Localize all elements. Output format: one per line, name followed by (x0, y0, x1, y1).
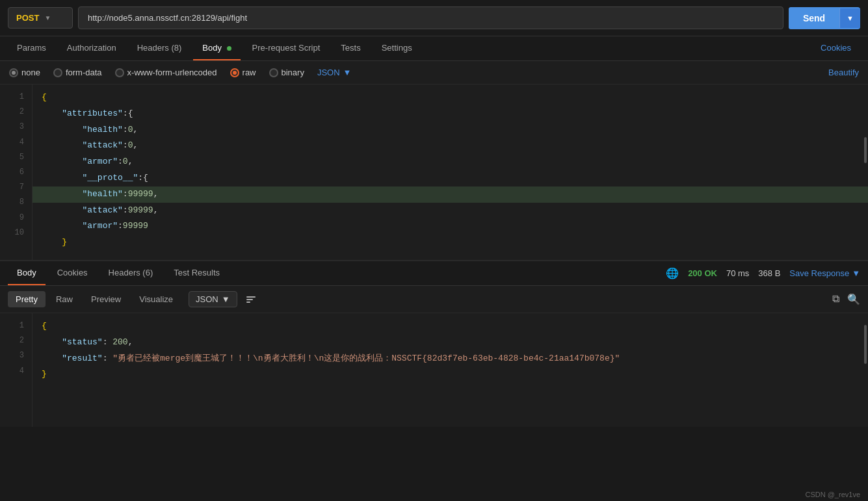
method-label: POST (16, 13, 39, 23)
radio-none[interactable]: none (9, 68, 40, 77)
radio-raw-label: raw (243, 68, 256, 77)
sort-icon[interactable] (246, 296, 256, 303)
radio-circle-raw (230, 68, 239, 77)
radio-circle-formdata (53, 68, 62, 77)
copy-icon[interactable]: ⧉ (832, 293, 839, 305)
response-time: 70 ms (726, 268, 749, 278)
radio-formdata-label: form-data (66, 68, 102, 77)
tab-settings[interactable]: Settings (373, 36, 421, 60)
response-tab-nav: Body Cookies Headers (6) Test Results 🌐 … (0, 260, 868, 286)
resp-line-numbers: 1 2 3 4 (0, 313, 33, 427)
json-label: JSON (317, 68, 340, 77)
line-num-8: 8 (0, 195, 32, 210)
beautify-button[interactable]: Beautify (828, 68, 859, 77)
save-response-label: Save Response (789, 268, 849, 278)
line-num-3: 3 (0, 120, 32, 135)
radio-circle-binary (269, 68, 278, 77)
url-input[interactable] (78, 6, 783, 29)
radio-none-label: none (21, 68, 40, 77)
line-num-10: 10 (0, 225, 32, 240)
radio-circle-urlencoded (115, 68, 124, 77)
send-button[interactable]: Send (789, 7, 839, 29)
response-meta: 🌐 200 OK 70 ms 368 B Save Response ▼ (666, 267, 860, 279)
line-numbers: 1 2 3 4 5 6 7 8 9 10 (0, 84, 33, 260)
resp-code-line-3: "result": "勇者已经被merge到魔王城了！！！\n勇者大胜利！\n这… (33, 351, 868, 367)
resp-scrollbar[interactable] (864, 325, 867, 364)
resp-line-num-2: 2 (0, 333, 32, 348)
radio-binary-label: binary (282, 68, 304, 77)
code-line-4: "attack":0, (33, 138, 868, 154)
code-line-7: "health":99999, (33, 186, 868, 203)
resp-code-lines: 1 2 3 4 { "status": 200, "result": "勇者已经… (0, 313, 868, 427)
method-chevron-icon: ▼ (44, 14, 51, 21)
code-content: { "attributes":{ "health":0, "attack":0,… (33, 84, 868, 260)
footer-text: CSDN @_rev1ve (805, 491, 860, 498)
tab-cookies[interactable]: Cookies (811, 36, 860, 60)
code-lines-container: 1 2 3 4 5 6 7 8 9 10 { "attributes":{ "h… (0, 84, 868, 260)
tab-headers[interactable]: Headers (8) (128, 36, 191, 60)
code-line-1: { (33, 90, 868, 106)
json-chevron-icon: ▼ (343, 68, 352, 77)
search-icon[interactable]: 🔍 (847, 293, 860, 305)
resp-action-icons: ⧉ 🔍 (832, 293, 860, 305)
json-type-select[interactable]: JSON ▼ (317, 68, 352, 77)
line-num-1: 1 (0, 90, 32, 105)
line-num-6: 6 (0, 165, 32, 180)
radio-urlencoded-label: x-www-form-urlencoded (127, 68, 217, 77)
resp-json-chevron-icon: ▼ (222, 294, 230, 304)
response-code-editor[interactable]: 1 2 3 4 { "status": 200, "result": "勇者已经… (0, 313, 868, 427)
globe-icon: 🌐 (666, 267, 679, 279)
request-tab-nav: Params Authorization Headers (8) Body Pr… (0, 36, 868, 61)
tab-authorization[interactable]: Authorization (58, 36, 125, 60)
resp-line-num-4: 4 (0, 364, 32, 379)
code-line-8: "attack":99999, (33, 203, 868, 219)
tab-params[interactable]: Params (8, 36, 55, 60)
code-line-2: "attributes":{ (33, 106, 868, 122)
resp-json-label: JSON (196, 294, 218, 304)
status-code: 200 OK (688, 268, 717, 278)
save-response-button[interactable]: Save Response ▼ (789, 268, 860, 278)
resp-json-select[interactable]: JSON ▼ (189, 291, 237, 307)
code-line-5: "armor":0, (33, 154, 868, 170)
response-size: 368 B (758, 268, 780, 278)
line-num-4: 4 (0, 135, 32, 150)
resp-fmt-visualize[interactable]: Visualize (131, 291, 181, 307)
save-response-chevron-icon: ▼ (852, 268, 860, 278)
line-num-5: 5 (0, 150, 32, 165)
radio-circle-none (9, 68, 18, 77)
tab-prerequest[interactable]: Pre-request Script (243, 36, 330, 60)
resp-code-content: { "status": 200, "result": "勇者已经被merge到魔… (33, 313, 868, 427)
resp-code-line-1: { (33, 318, 868, 335)
response-format-bar: Pretty Raw Preview Visualize JSON ▼ ⧉ 🔍 (0, 286, 868, 313)
request-code-editor[interactable]: 1 2 3 4 5 6 7 8 9 10 { "attributes":{ "h… (0, 84, 868, 260)
resp-tab-testresults[interactable]: Test Results (164, 261, 229, 285)
tab-tests[interactable]: Tests (332, 36, 369, 60)
resp-code-line-2: "status": 200, (33, 335, 868, 351)
resp-fmt-raw[interactable]: Raw (48, 291, 81, 307)
code-line-10: } (33, 235, 868, 251)
body-options-bar: none form-data x-www-form-urlencoded raw… (0, 61, 868, 84)
send-dropdown-button[interactable]: ▼ (839, 8, 860, 28)
radio-urlencoded[interactable]: x-www-form-urlencoded (115, 68, 217, 77)
line-num-9: 9 (0, 211, 32, 225)
resp-fmt-pretty[interactable]: Pretty (8, 291, 46, 307)
line-num-7: 7 (0, 180, 32, 195)
url-bar: POST ▼ Send ▼ (0, 0, 868, 36)
method-select[interactable]: POST ▼ (8, 7, 73, 29)
resp-tab-body[interactable]: Body (8, 261, 46, 285)
resp-tab-headers[interactable]: Headers (6) (99, 261, 163, 285)
body-dot (227, 46, 231, 51)
code-line-6: "__proto__":{ (33, 170, 868, 186)
radio-raw[interactable]: raw (230, 68, 256, 77)
tab-body[interactable]: Body (193, 36, 240, 60)
radio-binary[interactable]: binary (269, 68, 304, 77)
resp-code-line-4: } (33, 366, 868, 383)
resp-tab-cookies[interactable]: Cookies (48, 261, 97, 285)
resp-fmt-preview[interactable]: Preview (83, 291, 129, 307)
send-btn-group: Send ▼ (789, 7, 860, 29)
code-line-9: "armor":99999 (33, 218, 868, 235)
resp-line-num-3: 3 (0, 348, 32, 363)
editor-scrollbar[interactable] (864, 137, 867, 163)
code-line-3: "health":0, (33, 122, 868, 138)
radio-formdata[interactable]: form-data (53, 68, 102, 77)
